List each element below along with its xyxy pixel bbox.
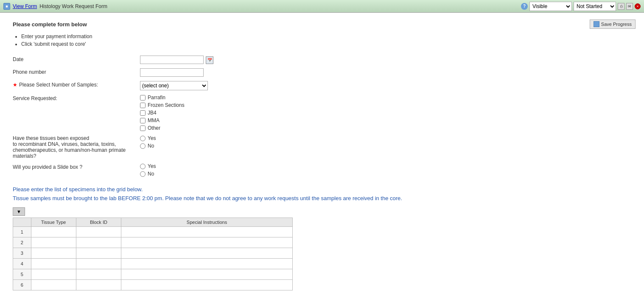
row-2-num: 2 <box>13 237 31 248</box>
row-5-instructions[interactable] <box>121 269 293 279</box>
col-tissue-header: Tissue Type <box>31 218 76 226</box>
slidebox-no-radio[interactable] <box>140 171 146 177</box>
row-1-tissue-input[interactable] <box>33 228 74 236</box>
service-jb4-item: JB4 <box>140 110 185 116</box>
table-row: 6 <box>13 279 293 290</box>
row-2-instructions-input[interactable] <box>123 238 291 247</box>
row-2-tissue[interactable] <box>31 237 76 248</box>
row-2-block-input[interactable] <box>78 238 119 247</box>
print-icon[interactable]: ⎙ <box>618 3 624 10</box>
top-bar-right: ? Visible Hidden Read-Only Not Started I… <box>521 2 641 11</box>
row-3-block-input[interactable] <box>78 249 119 257</box>
row-4-instructions[interactable] <box>121 258 293 269</box>
table-row: 1 <box>13 226 293 237</box>
row-5-num: 5 <box>13 269 31 279</box>
row-6-instructions-input[interactable] <box>123 281 291 289</box>
instruction-item-1: Enter your payment information <box>21 33 631 39</box>
info-line-2: Tissue samples must be brought to the la… <box>13 194 631 203</box>
row-1-num: 1 <box>13 226 31 237</box>
main-content: Save Progress Please complete form below… <box>0 13 644 293</box>
row-1-block-input[interactable] <box>78 228 119 236</box>
slidebox-no-item: No <box>140 171 156 177</box>
service-checkbox-group: Parrafin Frozen Sections JB4 MMA Other <box>140 95 185 131</box>
required-star: ★ <box>13 82 17 88</box>
row-6-tissue-input[interactable] <box>33 281 74 289</box>
recombi-yes-radio[interactable] <box>140 136 146 141</box>
row-3-tissue[interactable] <box>31 248 76 258</box>
row-1-block[interactable] <box>76 226 121 237</box>
service-jb4-checkbox[interactable] <box>140 110 146 116</box>
recombi-no-radio[interactable] <box>140 143 146 149</box>
service-other-checkbox[interactable] <box>140 126 146 131</box>
view-form-link[interactable]: View Form <box>13 3 37 9</box>
slidebox-yes-radio[interactable] <box>140 164 146 169</box>
slidebox-yes-item: Yes <box>140 163 156 169</box>
slidebox-control: Yes No <box>140 163 156 177</box>
row-5-tissue[interactable] <box>31 269 76 279</box>
row-5-instructions-input[interactable] <box>123 270 291 279</box>
row-2-tissue-input[interactable] <box>33 238 74 247</box>
table-row: 5 <box>13 269 293 279</box>
service-jb4-label: JB4 <box>148 110 157 116</box>
form-icon: ■ <box>3 3 10 10</box>
col-instructions-header: Special Instructions <box>121 218 293 226</box>
row-5-block-input[interactable] <box>78 270 119 279</box>
row-4-block[interactable] <box>76 258 121 269</box>
specimens-table: Tissue Type Block ID Special Instruction… <box>13 218 293 290</box>
row-3-block[interactable] <box>76 248 121 258</box>
top-bar-left: ■ View Form Histology Work Request Form <box>3 3 107 10</box>
slidebox-label: Will you provided a Slide box ? <box>13 163 140 170</box>
close-button[interactable]: × <box>635 3 641 9</box>
row-6-block-input[interactable] <box>78 281 119 289</box>
row-2-block[interactable] <box>76 237 121 248</box>
row-3-instructions-input[interactable] <box>123 249 291 257</box>
row-4-instructions-input[interactable] <box>123 260 291 268</box>
row-2-instructions[interactable] <box>121 237 293 248</box>
status-select[interactable]: Not Started In Progress Completed <box>574 2 616 11</box>
top-bar-title: Histology Work Request Form <box>39 3 107 9</box>
row-4-tissue[interactable] <box>31 258 76 269</box>
row-6-tissue[interactable] <box>31 279 76 290</box>
grid-section: ▼ Tissue Type Block ID Special Instructi… <box>13 207 631 290</box>
row-1-instructions[interactable] <box>121 226 293 237</box>
samples-select[interactable]: (select one) 1234 5678 910 <box>140 81 208 90</box>
row-1-instructions-input[interactable] <box>123 228 291 236</box>
row-3-instructions[interactable] <box>121 248 293 258</box>
service-parrafin-label: Parrafin <box>148 95 165 100</box>
form-header: Please complete form below <box>13 21 631 28</box>
instruction-item-2: Click 'submit request to core' <box>21 41 631 47</box>
row-6-block[interactable] <box>76 279 121 290</box>
table-row: 3 <box>13 248 293 258</box>
samples-label: ★Please Select Number of Samples: <box>13 81 140 88</box>
info-text: Please enter the list of specimens into … <box>13 185 631 203</box>
envelope-icon[interactable]: ✉ <box>626 3 633 10</box>
date-control: 📅 <box>140 56 213 64</box>
service-other-item: Other <box>140 125 185 131</box>
phone-input[interactable] <box>140 68 204 77</box>
service-frozen-label: Frozen Sections <box>148 102 185 108</box>
row-3-num: 3 <box>13 248 31 258</box>
recombi-yes-item: Yes <box>140 135 156 141</box>
visibility-select[interactable]: Visible Hidden Read-Only <box>529 2 572 11</box>
help-icon[interactable]: ? <box>521 3 528 10</box>
calendar-button[interactable]: 📅 <box>206 56 213 64</box>
row-5-tissue-input[interactable] <box>33 270 74 279</box>
service-mma-checkbox[interactable] <box>140 118 146 123</box>
row-6-num: 6 <box>13 279 31 290</box>
row-4-tissue-input[interactable] <box>33 260 74 268</box>
collapse-button[interactable]: ▼ <box>13 207 25 216</box>
row-5-block[interactable] <box>76 269 121 279</box>
save-progress-button[interactable]: Save Progress <box>590 20 636 29</box>
row-4-block-input[interactable] <box>78 260 119 268</box>
service-parrafin-checkbox[interactable] <box>140 95 146 100</box>
row-3-tissue-input[interactable] <box>33 249 74 257</box>
recombi-label: Have these tissues been exposed to recom… <box>13 135 140 159</box>
instructions: Enter your payment information Click 'su… <box>13 33 631 47</box>
recombi-yes-label: Yes <box>148 135 156 141</box>
row-6-instructions[interactable] <box>121 279 293 290</box>
date-input[interactable] <box>140 56 204 64</box>
service-frozen-checkbox[interactable] <box>140 103 146 108</box>
row-1-tissue[interactable] <box>31 226 76 237</box>
recombi-no-item: No <box>140 143 156 149</box>
top-bar: ■ View Form Histology Work Request Form … <box>0 0 644 13</box>
